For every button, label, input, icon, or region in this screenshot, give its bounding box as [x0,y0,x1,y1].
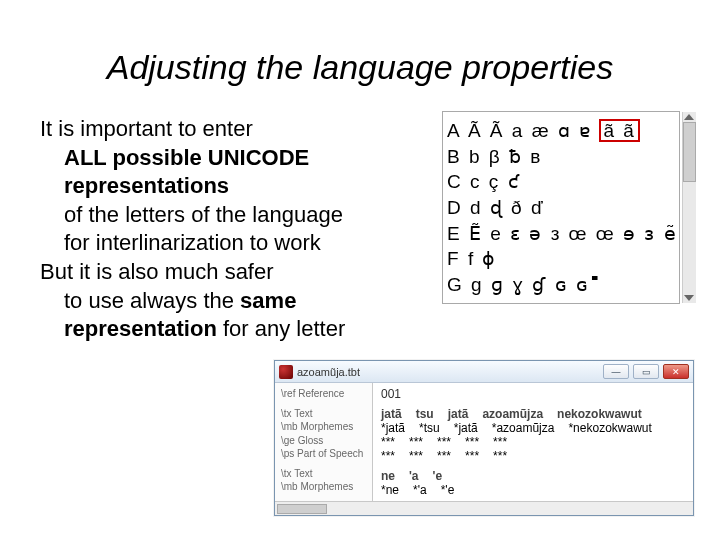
content-row: It is important to enter ALL possible UN… [0,111,720,344]
hscroll-thumb[interactable] [277,504,327,514]
char-row-g[interactable]: G g ɡ ɣ ɠ ɢ ɢ˭ [447,272,678,298]
char-a-pre: A Ã Ã a æ ɑ ɐ [447,120,592,141]
vertical-scrollbar[interactable] [682,112,696,303]
field-labels: \ref Reference \tx Text \mb Morphemes \g… [275,383,373,501]
label-ref: \ref Reference [281,387,366,401]
value-ref: 001 [381,387,685,401]
maximize-button[interactable]: ▭ [633,364,659,379]
minimize-button[interactable]: — [603,364,629,379]
label-tx2: \tx Text [281,467,366,481]
horizontal-scrollbar[interactable] [275,501,693,515]
para1-bold2: representations [64,173,229,198]
char-row-f[interactable]: F f ɸ [447,246,678,272]
label-ge: \ge Gloss [281,434,366,448]
window-title: azoamũja.tbt [297,366,599,378]
label-mb1: \mb Morphemes [281,420,366,434]
para1-line4: for interlinarization to work [64,230,321,255]
char-row-b[interactable]: B b β ƀ в [447,144,678,170]
scroll-thumb[interactable] [683,122,696,182]
character-list[interactable]: A Ã Ã a æ ɑ ɐ ã ã B b β ƀ в C c ç ƈ D d … [443,112,682,303]
value-ge: *************** [381,435,685,449]
char-row-c[interactable]: C c ç ƈ [447,169,678,195]
value-mb1: *jatã*tsu*jatã*azoamũjza*nekozokwawut [381,421,685,435]
label-ps: \ps Part of Speech [281,447,366,461]
char-row-d[interactable]: D d ɖ ð ď [447,195,678,221]
para1-bold1: ALL possible UNICODE [64,145,309,170]
toolbox-window: azoamũja.tbt — ▭ ✕ \ref Reference \tx Te… [274,360,694,516]
scroll-down-icon[interactable] [684,295,694,301]
value-ps: *************** [381,449,685,463]
app-icon [279,365,293,379]
para1-line1: It is important to enter [40,115,424,144]
window-body: \ref Reference \tx Text \mb Morphemes \g… [275,383,693,501]
para2-post: for any letter [217,316,345,341]
scroll-up-icon[interactable] [684,114,694,120]
slide-title: Adjusting the language properties [0,0,720,111]
para1-line3: of the letters of the language [64,202,343,227]
char-row-a[interactable]: A Ã Ã a æ ɑ ɐ ã ã [447,118,678,144]
highlighted-chars: ã ã [599,119,639,142]
para2-line1: But it is also much safer [40,258,424,287]
window-titlebar[interactable]: azoamũja.tbt — ▭ ✕ [275,361,693,383]
field-values[interactable]: 001 jatãtsujatãazoamũjzanekozokwawut *ja… [373,383,693,501]
close-button[interactable]: ✕ [663,364,689,379]
char-row-e[interactable]: E Ẽ e ɛ ə з œ œ ɘ ɜ ẽ [447,221,678,247]
body-text: It is important to enter ALL possible UN… [40,111,424,344]
para2-pre: to use always the [64,288,240,313]
value-mb2: *ne*'a*'e [381,483,685,497]
label-tx1: \tx Text [281,407,366,421]
value-tx2: ne'a'e [381,469,685,483]
value-tx1: jatãtsujatãazoamũjzanekozokwawut [381,407,685,421]
label-mb2: \mb Morphemes [281,480,366,494]
character-panel: A Ã Ã a æ ɑ ɐ ã ã B b β ƀ в C c ç ƈ D d … [442,111,680,304]
